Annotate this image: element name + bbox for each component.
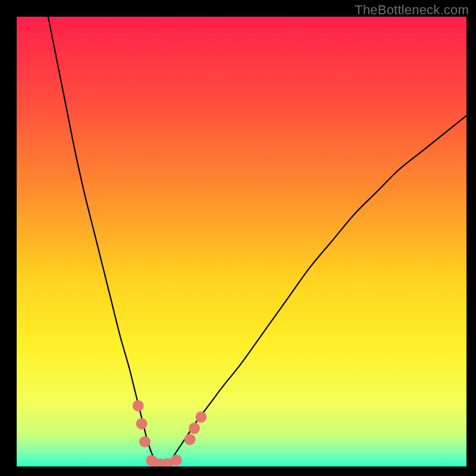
highlight-dot <box>139 436 151 447</box>
watermark-text: TheBottleneck.com <box>355 2 469 18</box>
highlight-dot <box>189 422 200 434</box>
highlight-dot <box>136 418 148 430</box>
bottleneck-chart <box>17 17 466 466</box>
highlight-dot <box>133 400 144 411</box>
gradient-background <box>17 17 466 466</box>
chart-frame: TheBottleneck.com <box>0 0 476 476</box>
highlight-dot <box>196 411 207 422</box>
highlight-dot <box>171 455 182 466</box>
highlight-dot <box>184 434 196 445</box>
